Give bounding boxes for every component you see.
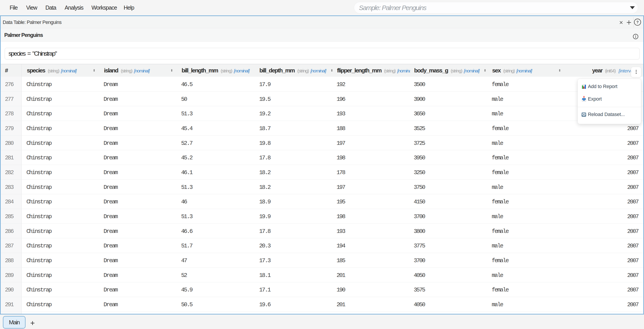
svg-text:?: ?	[636, 20, 639, 24]
